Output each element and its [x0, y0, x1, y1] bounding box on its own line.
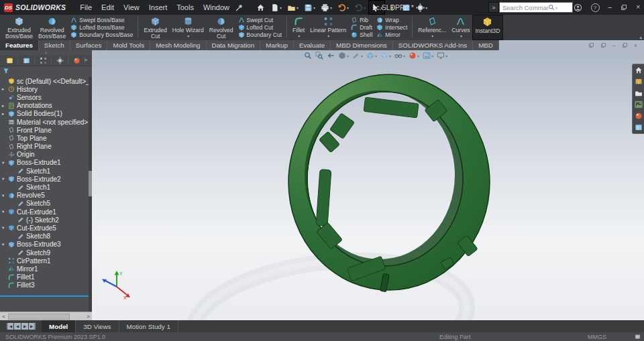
hole-wizard-button[interactable]: Hole Wizard ▾: [170, 15, 207, 40]
tree-item[interactable]: Sketch1: [0, 167, 92, 175]
displaymanager-tab[interactable]: [68, 56, 85, 66]
tree-item[interactable]: Sketch9: [0, 249, 92, 257]
lofted-boss-base-button[interactable]: Lofted Boss/Base: [70, 24, 133, 31]
command-tab[interactable]: MBD: [473, 40, 499, 50]
panel-horizontal-scrollbar[interactable]: < >: [0, 312, 92, 320]
revolved-cut-button[interactable]: RevolvedCut: [207, 15, 236, 40]
new-document-button[interactable]: ▾: [268, 1, 284, 14]
expand-arrow-icon[interactable]: ▸: [2, 103, 8, 109]
configurationmanager-tab[interactable]: [35, 56, 52, 66]
hide-show-items-button[interactable]: ▾: [394, 52, 406, 60]
search-caret-icon[interactable]: ▾: [555, 5, 557, 10]
tree-item[interactable]: Sketch8: [0, 232, 92, 241]
tree-item[interactable]: Right Plane: [0, 143, 92, 151]
options-button[interactable]: ▾: [414, 1, 429, 14]
tree-item[interactable]: ▸ History: [0, 85, 92, 93]
minimize-button[interactable]: –: [608, 4, 612, 11]
display-style-button[interactable]: ▾: [380, 52, 392, 60]
tree-item[interactable]: Origin: [0, 151, 92, 159]
document-minimize-button[interactable]: –: [612, 42, 616, 49]
view-palette-tab[interactable]: [635, 100, 643, 109]
scrollbar-thumb[interactable]: [8, 314, 70, 320]
swept-cut-button[interactable]: Swept Cut: [238, 17, 282, 24]
dimxpertmanager-tab[interactable]: [52, 56, 68, 66]
instant3d-button[interactable]: Instant3D: [473, 15, 503, 40]
menu-item[interactable]: File: [75, 0, 97, 15]
boundary-boss-base-button[interactable]: Boundary Boss/Base: [70, 31, 133, 38]
tree-item[interactable]: Front Plane: [0, 126, 92, 134]
tree-item[interactable]: CirPattern1: [0, 257, 92, 265]
print-button[interactable]: ▾: [319, 1, 334, 14]
expand-arrow-icon[interactable]: ▾: [2, 209, 8, 214]
dropdown-caret-icon[interactable]: ▾: [431, 54, 433, 58]
tree-item[interactable]: ▾ Cut-Extrude1: [0, 208, 92, 216]
menu-item[interactable]: View: [119, 0, 144, 15]
tile-window-icon[interactable]: [600, 42, 606, 48]
ribbon-collapse-icon[interactable]: ▴: [639, 35, 642, 40]
tree-item[interactable]: ▾ Cut-Extrude5: [0, 224, 92, 232]
save-button[interactable]: ▾: [302, 1, 317, 14]
fillet-button[interactable]: Fillet ▾: [290, 15, 307, 40]
tree-item[interactable]: ▾ Boss-Extrude3: [0, 241, 92, 249]
command-tab[interactable]: MBD Dimensions: [331, 40, 393, 50]
tree-item[interactable]: ▸ Solid Bodies(1): [0, 110, 92, 118]
tree-item[interactable]: (-) Sketch2: [0, 216, 92, 224]
dropdown-caret-icon[interactable]: ▾: [187, 33, 189, 40]
scroll-left-icon[interactable]: <: [0, 314, 7, 320]
new-window-icon[interactable]: [588, 42, 594, 48]
restore-button[interactable]: [621, 4, 627, 11]
dropdown-caret-icon[interactable]: ▾: [298, 33, 300, 40]
dropdown-caret-icon[interactable]: ▾: [460, 33, 462, 40]
command-tab[interactable]: Mesh Modeling: [150, 40, 206, 50]
last-tab-button[interactable]: ▶: [29, 323, 36, 330]
previous-view-button[interactable]: [326, 52, 335, 60]
draft-button[interactable]: Draft: [351, 24, 372, 31]
search-icon[interactable]: [548, 4, 555, 11]
tree-item[interactable]: ▾ Revolve5: [0, 192, 92, 200]
intersect-button[interactable]: Intersect: [376, 24, 407, 31]
user-account-icon[interactable]: [574, 3, 582, 12]
help-icon[interactable]: ?: [591, 3, 600, 12]
undo-button[interactable]: ▾: [335, 1, 351, 14]
dropdown-caret-icon[interactable]: ▾: [280, 5, 282, 10]
menu-item[interactable]: Edit: [97, 0, 119, 15]
document-restore-button[interactable]: [622, 42, 628, 48]
expand-arrow-icon[interactable]: ▸: [2, 86, 8, 92]
dropdown-caret-icon[interactable]: ▾: [313, 5, 315, 10]
dropdown-caret-icon[interactable]: ▾: [431, 33, 433, 40]
home-button[interactable]: [254, 1, 267, 14]
expand-arrow-icon[interactable]: ▾: [2, 193, 8, 198]
file-explorer-tab[interactable]: [635, 89, 643, 97]
command-tab[interactable]: Evaluate: [294, 40, 331, 50]
dropdown-caret-icon[interactable]: ▾: [445, 54, 447, 58]
apply-scene-button[interactable]: ▾: [422, 52, 434, 60]
dropdown-caret-icon[interactable]: ▾: [389, 54, 391, 58]
tree-item[interactable]: ▾ Boss-Extrude2: [0, 175, 92, 183]
dropdown-caret-icon[interactable]: ▾: [417, 54, 419, 58]
tree-item[interactable]: Sensors: [0, 93, 92, 101]
boundary-cut-button[interactable]: Boundary Cut: [238, 31, 282, 38]
section-view-button[interactable]: ▾: [337, 52, 350, 60]
document-close-button[interactable]: ×: [634, 42, 637, 49]
dropdown-caret-icon[interactable]: ▾: [330, 5, 332, 10]
dropdown-caret-icon[interactable]: ▾: [403, 54, 405, 58]
lofted-cut-button[interactable]: Lofted Cut: [238, 24, 282, 31]
tree-item[interactable]: Mirror1: [0, 265, 92, 273]
swept-boss-base-button[interactable]: Swept Boss/Base: [70, 17, 133, 24]
next-tab-button[interactable]: ▶: [21, 323, 28, 330]
command-tab[interactable]: Markup: [260, 40, 294, 50]
tree-item[interactable]: ▾ Boss-Extrude1: [0, 159, 92, 167]
search-commands[interactable]: > ▾: [488, 2, 573, 13]
previous-tab-button[interactable]: ◀: [14, 323, 21, 330]
view-orientation-button[interactable]: ▾: [366, 52, 378, 60]
command-tab[interactable]: Sketch: [39, 40, 70, 50]
reference-geometry-button[interactable]: Referenc... ▾: [415, 15, 449, 40]
dropdown-caret-icon[interactable]: ▾: [364, 5, 366, 10]
rib-button[interactable]: Rib: [351, 17, 372, 24]
first-tab-button[interactable]: ◀: [7, 323, 13, 330]
dropdown-caret-icon[interactable]: ▾: [347, 5, 349, 10]
pin-icon[interactable]: [235, 3, 243, 12]
featuremanager-tab[interactable]: [1, 56, 18, 66]
scroll-right-icon[interactable]: >: [85, 314, 92, 320]
model-tab[interactable]: Motion Study 1: [119, 320, 178, 332]
